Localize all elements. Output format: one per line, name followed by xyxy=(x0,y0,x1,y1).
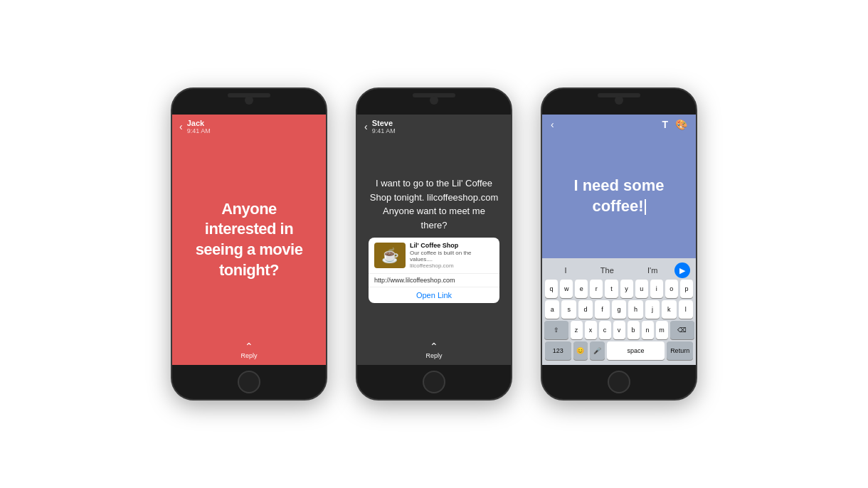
suggestion-im[interactable]: I'm xyxy=(647,266,657,275)
key-e[interactable]: e xyxy=(575,280,588,298)
phone-1-top xyxy=(172,89,326,115)
reply-label[interactable]: Reply xyxy=(240,352,257,359)
phone-1-screen: ‹ Jack 9:41 AM Anyone interested in seei… xyxy=(172,115,326,365)
phone-3: ‹ T 🎨 I need some coffee! I The I'm xyxy=(541,87,697,401)
key-shift[interactable]: ⇧ xyxy=(544,321,568,339)
key-z[interactable]: z xyxy=(571,321,583,339)
key-u[interactable]: u xyxy=(635,280,648,298)
home-button-2[interactable] xyxy=(423,371,445,393)
keyboard-row-3: ⇧ z x c v b n m ⌫ xyxy=(545,321,693,339)
key-123[interactable]: 123 xyxy=(545,341,571,360)
key-d[interactable]: d xyxy=(578,300,593,319)
contact-name-2: Steve xyxy=(372,119,396,127)
back-arrow-icon-2[interactable]: ‹ xyxy=(364,121,368,132)
key-return[interactable]: Return xyxy=(667,341,693,360)
reply-chevron-icon-2: ⌃ xyxy=(430,341,438,352)
home-button-3[interactable] xyxy=(608,371,630,393)
phone-3-message-text[interactable]: I need some coffee! xyxy=(556,176,682,216)
phone-1-header: ‹ Jack 9:41 AM xyxy=(172,115,326,139)
phone-1: ‹ Jack 9:41 AM Anyone interested in seei… xyxy=(171,87,327,401)
link-preview-info: Lil' Coffee Shop Our coffee is built on … xyxy=(410,242,494,269)
link-preview-thumbnail: ☕ xyxy=(374,243,406,268)
link-preview-card[interactable]: ☕ Lil' Coffee Shop Our coffee is built o… xyxy=(369,238,499,303)
reply-chevron-icon: ⌃ xyxy=(245,341,253,352)
phone-3-header-icons: T 🎨 xyxy=(662,119,687,130)
key-mic[interactable]: 🎤 xyxy=(590,341,604,360)
phone-2-screen: ‹ Steve 9:41 AM I want to go to the Lil'… xyxy=(357,115,511,365)
key-m[interactable]: m xyxy=(656,321,668,339)
phone-1-footer: ⌃ Reply xyxy=(172,341,326,365)
keyboard-row-2: a s d f g h j k l xyxy=(545,300,693,319)
link-preview-top: ☕ Lil' Coffee Shop Our coffee is built o… xyxy=(369,238,499,273)
palette-icon[interactable]: 🎨 xyxy=(675,119,687,130)
text-format-icon[interactable]: T xyxy=(662,119,668,130)
link-preview-title: Lil' Coffee Shop xyxy=(410,242,494,249)
phone-3-message-area: I need some coffee! xyxy=(542,134,696,258)
key-x[interactable]: x xyxy=(585,321,597,339)
key-c[interactable]: c xyxy=(599,321,611,339)
key-r[interactable]: r xyxy=(590,280,603,298)
phones-container: ‹ Jack 9:41 AM Anyone interested in seei… xyxy=(171,87,697,401)
back-arrow-icon-3[interactable]: ‹ xyxy=(551,119,554,130)
keyboard-area: I The I'm ▶ q w e r t y u i o xyxy=(542,258,696,365)
phone-2-footer: ⌃ Reply xyxy=(357,341,511,365)
suggestion-i[interactable]: I xyxy=(565,266,567,275)
key-k[interactable]: k xyxy=(662,300,676,319)
suggestion-the[interactable]: The xyxy=(600,266,614,275)
phone-1-message-text: Anyone interested in seeing a movie toni… xyxy=(186,199,312,280)
keyboard-row-4: 123 😊 🎤 space Return xyxy=(545,341,693,360)
phone-2: ‹ Steve 9:41 AM I want to go to the Lil'… xyxy=(356,87,512,401)
keyboard-row-1: q w e r t y u i o p xyxy=(545,280,693,298)
key-space[interactable]: space xyxy=(607,341,665,360)
key-emoji[interactable]: 😊 xyxy=(573,341,588,360)
key-i[interactable]: i xyxy=(650,280,663,298)
home-button-1[interactable] xyxy=(238,371,260,393)
phone-1-message-area: Anyone interested in seeing a movie toni… xyxy=(172,139,326,341)
phone-2-top xyxy=(357,89,511,115)
phone-3-screen: ‹ T 🎨 I need some coffee! I The I'm xyxy=(542,115,696,365)
key-s[interactable]: s xyxy=(561,300,576,319)
key-n[interactable]: n xyxy=(642,321,654,339)
key-g[interactable]: g xyxy=(612,300,626,319)
key-q[interactable]: q xyxy=(545,280,558,298)
key-f[interactable]: f xyxy=(595,300,609,319)
key-h[interactable]: h xyxy=(628,300,642,319)
key-w[interactable]: w xyxy=(560,280,573,298)
phone-2-bottom xyxy=(357,365,511,399)
contact-name: Jack xyxy=(187,119,211,127)
link-preview-domain: lilcoffeeshop.com xyxy=(410,262,494,269)
open-link-button[interactable]: Open Link xyxy=(369,287,499,303)
phone-3-header: ‹ T 🎨 xyxy=(542,115,696,134)
key-b[interactable]: b xyxy=(628,321,640,339)
key-j[interactable]: j xyxy=(645,300,660,319)
phone-3-top xyxy=(542,89,696,115)
reply-label-2[interactable]: Reply xyxy=(425,352,442,359)
text-cursor xyxy=(645,199,646,215)
key-l[interactable]: l xyxy=(679,300,693,319)
key-p[interactable]: p xyxy=(680,280,693,298)
back-arrow-icon[interactable]: ‹ xyxy=(179,121,183,132)
contact-time-2: 9:41 AM xyxy=(372,127,396,134)
phone-3-bottom xyxy=(542,365,696,399)
phone-2-message-area: I want to go to the Lil' Coffee Shop ton… xyxy=(357,139,511,341)
key-a[interactable]: a xyxy=(545,300,559,319)
key-backspace[interactable]: ⌫ xyxy=(670,321,694,339)
link-preview-url: http://www.lilcoffeeshop.com xyxy=(369,273,499,287)
coffee-cup-icon: ☕ xyxy=(381,247,399,264)
key-y[interactable]: y xyxy=(620,280,633,298)
key-t[interactable]: t xyxy=(605,280,618,298)
phone-2-message-text: I want to go to the Lil' Coffee Shop ton… xyxy=(369,176,499,232)
phone-2-header: ‹ Steve 9:41 AM xyxy=(357,115,511,139)
key-v[interactable]: v xyxy=(613,321,625,339)
phone-1-bottom xyxy=(172,365,326,399)
send-button[interactable]: ▶ xyxy=(674,262,690,278)
link-preview-desc: Our coffee is built on the values.... xyxy=(410,250,494,262)
key-o[interactable]: o xyxy=(665,280,678,298)
contact-time: 9:41 AM xyxy=(187,127,211,134)
